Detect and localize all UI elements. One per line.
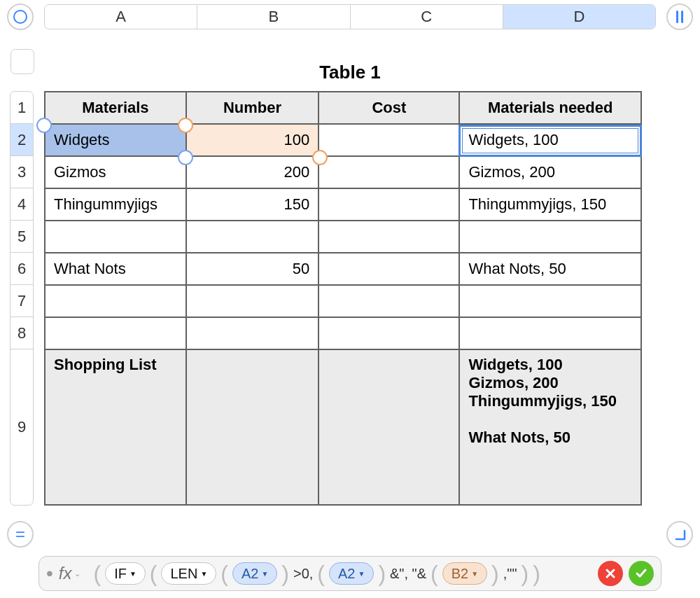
col-header-c[interactable]: C [351, 5, 503, 29]
cell-a4[interactable]: Thingummyjigs [45, 188, 186, 221]
selection-handle-b2-tl[interactable] [178, 118, 193, 133]
cell-c5[interactable] [318, 221, 459, 253]
cell-d5[interactable] [459, 221, 641, 253]
cell-d3[interactable]: Gizmos, 200 [459, 156, 641, 188]
token-len[interactable]: LEN▼ [161, 562, 216, 585]
cancel-formula-button[interactable] [598, 561, 623, 586]
fx-menu[interactable]: fx ⌄ [59, 564, 81, 583]
cell-b9[interactable] [186, 349, 318, 505]
cell-d7[interactable] [459, 285, 641, 317]
bullet-icon: • [46, 562, 53, 585]
add-column-after-button[interactable] [666, 4, 693, 30]
formula-bar[interactable]: • fx ⌄ ( IF▼ ( LEN▼ ( A2▼ ) >0, ( A2▼ ) … [38, 556, 662, 591]
token-ref-b2[interactable]: B2▼ [442, 562, 487, 585]
paren-open-1: ( [93, 562, 101, 585]
paren-close-2: ) [378, 562, 386, 585]
row-header-6[interactable]: 6 [10, 253, 33, 285]
paren-close-5: ) [533, 562, 540, 585]
row-headers: 1 2 3 4 5 6 7 8 9 [10, 91, 34, 506]
row-header-5[interactable]: 5 [10, 221, 33, 253]
close-icon [604, 567, 617, 580]
cell-c8[interactable] [318, 317, 459, 349]
resize-table-handle[interactable] [666, 521, 693, 548]
row-header-7[interactable]: 7 [10, 285, 33, 317]
col-header-a[interactable]: A [45, 5, 197, 29]
fx-label-text: fx [59, 564, 72, 583]
cell-d9[interactable]: Widgets, 100Gizmos, 200Thingummyjigs, 15… [459, 349, 641, 505]
cell-c2[interactable] [318, 124, 459, 156]
row-header-8[interactable]: 8 [10, 317, 33, 349]
cell-a6[interactable]: What Nots [45, 253, 186, 285]
cell-a8[interactable] [45, 317, 186, 349]
cell-a7[interactable] [45, 285, 186, 317]
cell-a9[interactable]: Shopping List [45, 349, 186, 505]
cell-a3[interactable]: Gizmos [45, 156, 186, 188]
cell-c9[interactable] [318, 349, 459, 505]
paren-close-1: ) [281, 562, 289, 585]
token-ref-a2-1[interactable]: A2▼ [232, 562, 277, 585]
col-header-b[interactable]: B [197, 5, 350, 29]
chevron-down-icon: ⌄ [74, 569, 80, 578]
row-header-9[interactable]: 9 [10, 349, 33, 505]
cell-d2[interactable]: Widgets, 100 [459, 124, 641, 156]
cell-d4[interactable]: Thingummyjigs, 150 [459, 188, 641, 221]
row-header-1[interactable]: 1 [10, 92, 33, 124]
selection-handle-a2-tl[interactable] [36, 118, 52, 133]
table-title[interactable]: Table 1 [0, 62, 700, 83]
header-materials-needed[interactable]: Materials needed [459, 92, 641, 124]
cell-b7[interactable] [186, 285, 318, 317]
col-header-d[interactable]: D [503, 5, 655, 29]
insert-formula-button[interactable]: = [7, 521, 34, 548]
cell-b4[interactable]: 150 [186, 188, 318, 221]
paren-close-3: ) [491, 562, 499, 585]
triangle-down-icon: ▼ [471, 570, 478, 578]
cell-a5[interactable] [45, 221, 186, 253]
selection-handle-a2-br[interactable] [178, 150, 193, 165]
row-header-2[interactable]: 2 [10, 124, 33, 156]
row-header-3[interactable]: 3 [10, 156, 33, 188]
cell-d8[interactable] [459, 317, 641, 349]
token-if[interactable]: IF▼ [105, 562, 146, 585]
circle-icon [13, 10, 27, 24]
cell-b5[interactable] [186, 221, 318, 253]
corner-icon [675, 529, 686, 541]
spreadsheet-table: Materials Number Cost Materials needed W… [44, 91, 642, 506]
token-ref-a2-2[interactable]: A2▼ [329, 562, 374, 585]
header-cost[interactable]: Cost [318, 92, 459, 124]
cell-a2[interactable]: Widgets [45, 124, 186, 156]
bars-icon [676, 11, 683, 23]
triangle-down-icon: ▼ [261, 570, 268, 578]
triangle-down-icon: ▼ [130, 570, 136, 578]
confirm-formula-button[interactable] [629, 561, 654, 586]
cell-c3[interactable] [318, 156, 459, 188]
triangle-down-icon: ▼ [200, 570, 207, 578]
paren-close-4: ) [521, 562, 528, 585]
paren-open-3: ( [220, 562, 228, 585]
selection-handle-b2-br[interactable] [312, 150, 328, 165]
formula-text-concat1: &", "& [390, 566, 426, 582]
add-column-before-button[interactable] [7, 4, 34, 30]
cell-b2[interactable]: 100 [186, 124, 318, 156]
header-number[interactable]: Number [186, 92, 318, 124]
paren-open-2: ( [150, 562, 158, 585]
column-headers: A B C D [44, 4, 656, 29]
cell-b3[interactable]: 200 [186, 156, 318, 188]
formula-text-tail: ,"" [503, 566, 517, 582]
triangle-down-icon: ▼ [358, 570, 365, 578]
formula-text-gt0: >0, [293, 566, 313, 582]
check-icon [635, 567, 648, 580]
row-header-4[interactable]: 4 [10, 188, 33, 221]
header-materials[interactable]: Materials [45, 92, 186, 124]
paren-open-4: ( [317, 562, 325, 585]
cell-c4[interactable] [318, 188, 459, 221]
paren-open-5: ( [430, 562, 438, 585]
cell-c7[interactable] [318, 285, 459, 317]
cell-c6[interactable] [318, 253, 459, 285]
cell-b8[interactable] [186, 317, 318, 349]
cell-b6[interactable]: 50 [186, 253, 318, 285]
cell-d6[interactable]: What Nots, 50 [459, 253, 641, 285]
